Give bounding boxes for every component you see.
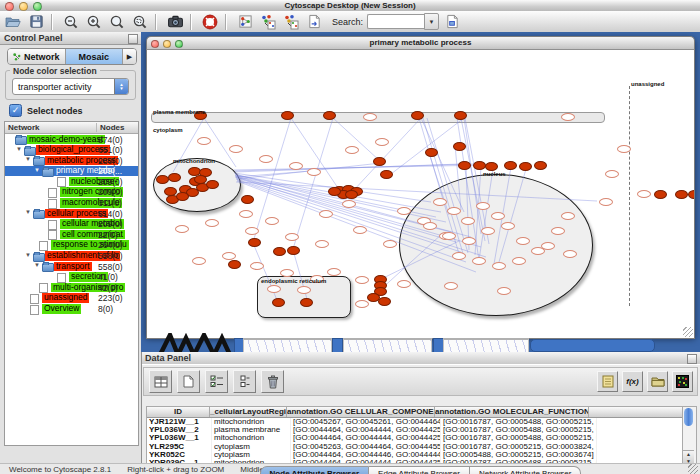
network-node-unselected[interactable] xyxy=(192,257,206,265)
table-cell[interactable]: YJR121W__1 xyxy=(147,418,212,426)
network-node[interactable] xyxy=(519,162,532,171)
network-node-unselected[interactable] xyxy=(250,262,264,270)
network-node[interactable] xyxy=(454,111,467,120)
table-cell[interactable]: [GO:0044464, GO:0044444, GO:0044425, G..… xyxy=(291,434,441,442)
background-window-fragment[interactable] xyxy=(343,338,432,352)
tree-row-macromolecule[interactable]: macromolecule311(0) xyxy=(5,198,138,209)
network-node[interactable] xyxy=(156,175,169,184)
scroll-up-button[interactable]: ▲ xyxy=(683,451,694,458)
column-header-id[interactable]: ID xyxy=(147,407,210,417)
network-node[interactable] xyxy=(458,161,471,170)
table-cell[interactable]: YPL036W__2 xyxy=(147,426,212,434)
network-node-unselected[interactable] xyxy=(501,222,515,230)
table-cell[interactable]: [GO:0044464, GO:0044446, GO:0044444, G..… xyxy=(291,451,441,459)
tree-row-establishment-of-lo[interactable]: ▼establishment of lo558(0) xyxy=(5,251,138,262)
column-header-molecular-function[interactable]: annotation.GO MOLECULAR_FUNCTION xyxy=(435,407,589,417)
tab-edge-attribute-browser[interactable]: Edge Attribute Browser xyxy=(369,466,470,474)
table-scrollbar[interactable]: ▲ ▼ xyxy=(682,406,697,466)
network-node-unselected[interactable] xyxy=(481,227,495,235)
tree-row-nitrogen-compo[interactable]: nitrogen compo209(0) xyxy=(5,187,138,198)
table-row[interactable]: YKR052Ccytoplasm[GO:0044464, GO:0044446,… xyxy=(147,451,682,459)
network-node-unselected[interactable] xyxy=(375,138,389,146)
table-row[interactable]: YPL036W__2plasma membrane[GO:0044464, GO… xyxy=(147,426,682,434)
open-session-button[interactable] xyxy=(3,13,23,31)
network-node-unselected[interactable] xyxy=(452,252,466,260)
network-node[interactable] xyxy=(328,187,341,196)
table-cell[interactable]: [GO:0016787, GO:0005488, GO:0005215, G..… xyxy=(441,418,597,426)
table-cell[interactable]: cytoplasm xyxy=(212,451,291,459)
zoom-out-button[interactable] xyxy=(61,13,81,31)
network-overview-button[interactable] xyxy=(235,13,255,31)
network-node[interactable] xyxy=(300,298,313,307)
tree-row-cellular-process[interactable]: ▼cellular process614(0) xyxy=(5,208,138,219)
copy-node-attributes-button[interactable] xyxy=(258,13,278,31)
network-node[interactable] xyxy=(248,238,261,247)
network-node[interactable] xyxy=(241,195,254,204)
network-canvas[interactable]: plasma membranecytoplasmmitochondrionnuc… xyxy=(146,50,695,339)
network-node-unselected[interactable] xyxy=(222,252,236,260)
zoom-in-button[interactable] xyxy=(84,13,104,31)
network-node-unselected[interactable] xyxy=(462,237,476,245)
table-cell[interactable]: YKR052C xyxy=(147,451,212,459)
network-node[interactable] xyxy=(654,190,667,199)
column-header-cellular-component[interactable]: annotation.GO CELLULAR_COMPONENT xyxy=(287,407,435,417)
network-node-unselected[interactable] xyxy=(551,227,565,235)
network-node-unselected[interactable] xyxy=(355,300,369,308)
network-node-unselected[interactable] xyxy=(423,222,437,230)
create-attribute-button[interactable] xyxy=(177,370,200,393)
tree-row-cell-communicat[interactable]: cell communicat22(0) xyxy=(5,229,138,240)
save-session-button[interactable] xyxy=(26,13,46,31)
tree-expander-icon[interactable]: ▼ xyxy=(25,252,31,258)
tree-expander-icon[interactable]: ▼ xyxy=(34,262,40,268)
network-node[interactable] xyxy=(281,111,294,120)
network-node[interactable] xyxy=(273,247,286,256)
network-node-unselected[interactable] xyxy=(433,198,447,206)
network-node[interactable] xyxy=(688,190,695,199)
network-node-unselected[interactable] xyxy=(363,113,377,121)
network-node-unselected[interactable] xyxy=(605,170,619,178)
network-node-unselected[interactable] xyxy=(307,168,321,176)
float-panel-icon[interactable] xyxy=(128,34,138,44)
table-cell[interactable]: [GO:0044464, GO:0044444, GO:0044425, G..… xyxy=(291,426,441,434)
network-node-unselected[interactable] xyxy=(447,207,461,215)
tab-mosaic[interactable]: Mosaic xyxy=(66,49,124,64)
copy-edge-attributes-button[interactable] xyxy=(281,13,301,31)
network-node-unselected[interactable] xyxy=(442,232,456,240)
network-node[interactable] xyxy=(323,111,336,120)
tree-column-network[interactable]: Network xyxy=(8,123,40,132)
tree-row-cellular-metabol[interactable]: cellular metabol209(0) xyxy=(5,219,138,230)
table-row[interactable]: YPL036W__1mitochondrion[GO:0044464, GO:0… xyxy=(147,434,682,442)
tree-row-multi-organism-pro[interactable]: multi-organism pro42(0) xyxy=(5,282,138,293)
tree-row-nucleobase-[interactable]: nucleobase-209(0) xyxy=(5,176,138,187)
network-node-unselected[interactable] xyxy=(315,240,329,248)
table-cell[interactable]: mitochondrion xyxy=(212,418,291,426)
tree-row-secretion[interactable]: secretion41(0) xyxy=(5,272,138,283)
table-cell[interactable]: plasma membrane xyxy=(212,426,291,434)
network-node-unselected[interactable] xyxy=(472,257,486,265)
search-options-button[interactable] xyxy=(442,13,462,31)
node-color-dropdown[interactable]: transporter activity ▲▼ xyxy=(12,78,129,95)
attribute-notes-button[interactable] xyxy=(597,371,618,392)
network-node-unselected[interactable] xyxy=(319,210,333,218)
network-node-unselected[interactable] xyxy=(355,276,369,284)
delete-attribute-button[interactable] xyxy=(261,370,284,393)
table-cell[interactable]: YLR295C xyxy=(147,443,212,451)
attribute-table-button[interactable] xyxy=(149,370,172,393)
network-node-unselected[interactable] xyxy=(285,233,299,241)
network-node[interactable] xyxy=(380,170,393,179)
tree-expander-icon[interactable]: ▼ xyxy=(25,156,31,162)
tab-node-attribute-browser[interactable]: Node Attribute Browser xyxy=(260,466,370,474)
network-node[interactable] xyxy=(168,173,181,182)
table-cell[interactable]: YPL036W__1 xyxy=(147,434,212,442)
table-cell[interactable]: [GO:0045263, GO:0044464, GO:0044455, G..… xyxy=(291,443,441,451)
tree-row-metabolic-process[interactable]: ▼metabolic process280(0) xyxy=(5,155,138,166)
network-node-unselected[interactable] xyxy=(497,287,511,295)
network-node-unselected[interactable] xyxy=(175,225,189,233)
network-node-unselected[interactable] xyxy=(561,113,575,121)
search-dropdown-button[interactable]: ▼ xyxy=(424,13,439,30)
network-node-unselected[interactable] xyxy=(397,280,411,288)
network-node-unselected[interactable] xyxy=(297,286,311,294)
column-header-region[interactable]: _cellularLayoutRegion xyxy=(210,407,287,417)
network-node-unselected[interactable] xyxy=(289,162,303,170)
network-node[interactable] xyxy=(425,148,438,157)
